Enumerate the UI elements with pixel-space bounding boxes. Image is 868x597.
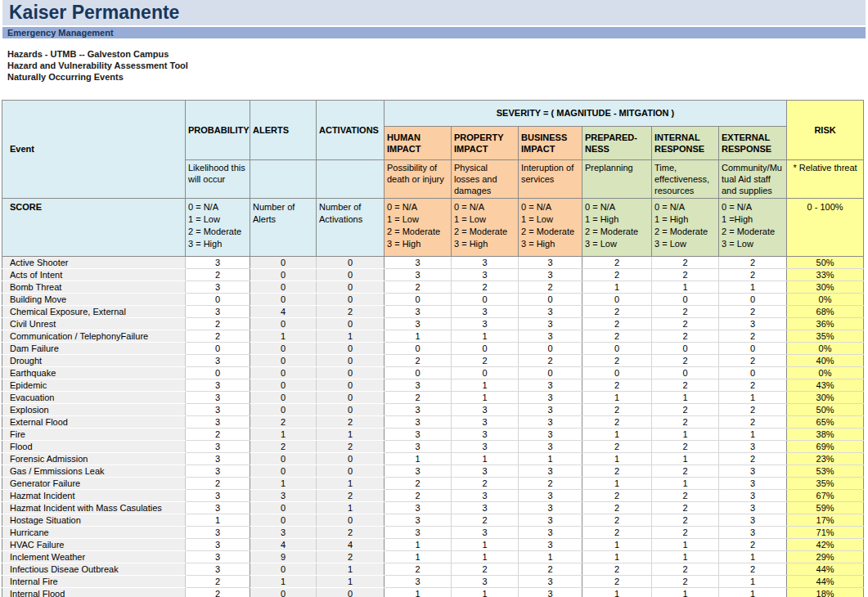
value-cell: 1 [582,551,652,563]
value-cell: 2 [652,257,719,269]
value-cell: 1 [582,478,652,490]
value-cell: 1 [652,478,719,490]
value-cell: 3 [186,257,250,269]
value-cell: 2 [719,416,787,429]
human-impact-column-header: HUMAN IMPACT [385,127,452,160]
value-cell: 3 [519,269,582,281]
value-cell: 3 [452,441,519,453]
value-cell: 2 [582,563,652,576]
value-cell: 3 [519,404,582,416]
value-cell: 1 [582,392,652,404]
event-cell: Earthquake [2,367,186,379]
value-cell: 0 [317,453,385,465]
value-cell: 2 [452,514,519,527]
risk-cell: 69% [787,441,864,453]
value-cell: 3 [186,355,250,367]
value-cell: 1 [582,281,652,294]
risk-cell: 65% [787,416,864,429]
value-cell: 3 [719,502,787,514]
value-cell: 3 [452,490,519,502]
table-row: Hostage Situation10032322317% [2,514,864,527]
value-cell: 3 [719,465,787,478]
value-cell: 0 [452,343,519,355]
value-cell: 4 [250,306,317,318]
value-cell: 2 [317,551,385,563]
title-band: Kaiser Permanente [2,0,866,25]
value-cell: 3 [519,465,582,478]
risk-cell: 50% [787,404,864,416]
value-cell: 0 [452,367,519,379]
table-row: Communication / TelephonyFailure21111322… [2,330,864,343]
event-cell: Hostage Situation [2,514,186,527]
value-cell: 3 [452,429,519,441]
value-cell: 1 [519,453,582,465]
value-cell: 0 [317,404,385,416]
internal-response-column-header: INTERNAL RESPONSE [652,127,719,160]
risk-description: * Relative threat [787,160,864,199]
value-cell: 2 [317,441,385,453]
activations-score-legend: Number of Activations [317,199,385,257]
risk-cell: 29% [787,551,864,563]
value-cell: 3 [385,379,452,392]
external-response-description: Community/Mutual Aid staff and supplies [719,160,787,199]
value-cell: 3 [452,576,519,588]
value-cell: 1 [652,453,719,465]
value-cell: 0 [317,281,385,294]
table-row: Civil Unrest20033322336% [2,318,864,330]
value-cell: 3 [186,453,250,465]
event-cell: Generator Failure [2,478,186,490]
value-cell: 0 [385,367,452,379]
value-cell: 0 [317,392,385,404]
value-cell: 3 [186,490,250,502]
value-cell: 0 [317,294,385,306]
alerts-score-legend: Number of Alerts [250,199,317,257]
value-cell: 2 [582,379,652,392]
value-cell: 2 [582,269,652,281]
value-cell: 2 [519,478,582,490]
value-cell: 1 [582,539,652,551]
event-cell: Internal Fire [2,576,186,588]
value-cell: 0 [250,318,317,330]
value-cell: 2 [317,527,385,539]
value-cell: 0 [250,355,317,367]
value-cell: 2 [250,441,317,453]
value-cell: 3 [719,441,787,453]
value-cell: 1 [385,453,452,465]
value-cell: 3 [186,539,250,551]
value-cell: 3 [519,429,582,441]
risk-cell: 67% [787,490,864,502]
event-cell: Hurricane [2,527,186,539]
value-cell: 0 [250,588,317,597]
value-cell: 2 [719,330,787,343]
value-cell: 3 [519,588,582,597]
value-cell: 2 [719,563,787,576]
value-cell: 2 [186,478,250,490]
value-cell: 0 [317,343,385,355]
value-cell: 1 [652,539,719,551]
value-cell: 1 [519,551,582,563]
value-cell: 3 [186,416,250,429]
value-cell: 1 [250,478,317,490]
value-cell: 3 [385,465,452,478]
risk-cell: 18% [787,588,864,597]
value-cell: 1 [652,429,719,441]
value-cell: 3 [186,404,250,416]
risk-cell: 35% [787,478,864,490]
value-cell: 0 [250,257,317,269]
value-cell: 2 [652,318,719,330]
probability-score-legend: 0 = N/A 1 = Low 2 = Moderate 3 = High [186,199,250,257]
value-cell: 2 [582,330,652,343]
value-cell: 3 [452,404,519,416]
table-row: Internal Fire21133322144% [2,576,864,588]
probability-description: Likelihood this will occur [186,160,250,199]
risk-cell: 50% [787,257,864,269]
value-cell: 3 [186,465,250,478]
value-cell: 1 [317,429,385,441]
value-cell: 2 [582,318,652,330]
business-impact-column-header: BUSINESS IMPACT [519,127,582,160]
report-title-line-1: Hazards - UTMB -- Galveston Campus [7,48,188,60]
table-row: Drought30022222240% [2,355,864,367]
value-cell: 3 [519,306,582,318]
value-cell: 0 [250,563,317,576]
value-cell: 1 [317,330,385,343]
